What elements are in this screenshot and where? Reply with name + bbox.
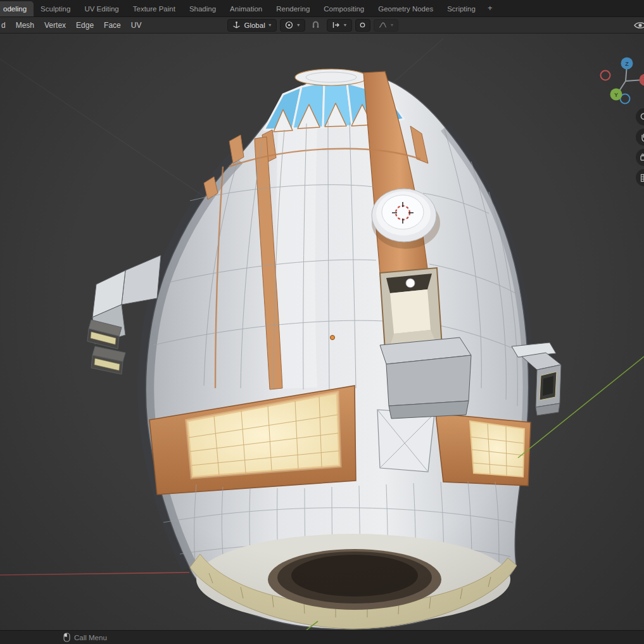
falloff-curve-icon — [378, 20, 388, 30]
object-origin-dot — [331, 336, 335, 340]
workspace-tab-sculpting[interactable]: Sculpting — [34, 1, 77, 16]
proportional-circle-icon — [358, 20, 367, 30]
menu-face[interactable]: Face — [99, 18, 126, 32]
chevron-down-icon: ▼ — [268, 23, 272, 27]
workspace-tab-odeling[interactable]: odeling — [0, 1, 34, 16]
workspace-tab-shading[interactable]: Shading — [182, 1, 223, 16]
transform-orientation-dropdown[interactable]: Global ▼ — [227, 19, 276, 32]
camera-icon — [640, 153, 644, 163]
workspace-tab-compositing[interactable]: Compositing — [317, 1, 371, 16]
orientation-label: Global — [244, 22, 265, 29]
snap-with-dropdown[interactable]: ▼ — [327, 19, 352, 32]
menu-edge[interactable]: Edge — [71, 18, 99, 32]
chevron-down-icon: ▼ — [390, 23, 395, 27]
statusbar-hint: Call Menu — [74, 634, 107, 641]
svg-text:Y: Y — [614, 92, 618, 98]
move-view-button[interactable] — [636, 129, 644, 146]
magnet-icon — [311, 20, 320, 30]
workspace-tab-rendering[interactable]: Rendering — [269, 1, 317, 16]
workspace-tab-geometry-nodes[interactable]: Geometry Nodes — [371, 1, 440, 16]
chevron-down-icon: ▼ — [296, 23, 301, 27]
add-workspace-button[interactable]: + — [483, 1, 498, 16]
ortho-perspective-button[interactable] — [636, 169, 644, 186]
grid-icon — [640, 173, 644, 183]
scene-canvas — [0, 34, 644, 630]
blender-window: odelingSculptingUV EditingTexture PaintS… — [0, 0, 644, 644]
eye-icon — [633, 20, 644, 31]
viewport-tool-buttons — [636, 108, 644, 186]
snap-toggle-button[interactable] — [308, 19, 324, 32]
x-braced-panel — [377, 410, 434, 472]
viewport-header: dMeshVertexEdgeFaceUV Global ▼ — [0, 17, 644, 34]
menu-vertex[interactable]: Vertex — [39, 18, 71, 32]
workspace-tabs: odelingSculptingUV EditingTexture PaintS… — [0, 0, 644, 17]
orientation-axes-icon — [232, 20, 241, 30]
gizmo-z-ball[interactable]: Z — [621, 58, 633, 70]
camera-view-button[interactable] — [636, 149, 644, 166]
menu-uv[interactable]: UV — [126, 18, 147, 32]
viewport-3d[interactable]: Z Y X — [0, 34, 644, 630]
falloff-dropdown[interactable]: ▼ — [374, 19, 399, 32]
svg-text:Z: Z — [625, 61, 629, 67]
workspace-tab-texture-paint[interactable]: Texture Paint — [126, 1, 182, 16]
zoom-button[interactable] — [636, 108, 644, 125]
proportional-editing-toggle[interactable] — [355, 19, 370, 32]
statusbar: Call Menu — [0, 630, 644, 644]
show-gizmo-button[interactable] — [633, 20, 644, 31]
workspace-tab-animation[interactable]: Animation — [223, 1, 269, 16]
navigation-gizmo[interactable]: Z Y X — [600, 54, 644, 108]
workspace-tab-uv-editing[interactable]: UV Editing — [77, 1, 125, 16]
dome-cap — [295, 69, 367, 85]
gizmo-y-ball[interactable]: Y — [610, 89, 622, 101]
mouse-icon — [63, 633, 70, 642]
magnifier-icon — [640, 112, 644, 122]
equipment-box — [380, 338, 471, 419]
gizmo-neg-x-ball[interactable] — [601, 71, 610, 80]
snap-target-icon — [331, 20, 341, 30]
lit-window-right — [470, 421, 524, 477]
pivot-point-icon — [284, 20, 294, 30]
menu-mesh[interactable]: Mesh — [11, 18, 39, 32]
workspace-tab-scripting[interactable]: Scripting — [440, 1, 483, 16]
gizmo-x-ball[interactable]: X — [640, 74, 644, 86]
recess-sphere — [406, 279, 415, 287]
hand-icon — [640, 132, 644, 142]
menu-d[interactable]: d — [0, 18, 11, 32]
header-widgets: Global ▼ ▼ — [227, 19, 398, 32]
pivot-point-dropdown[interactable]: ▼ — [280, 19, 305, 32]
chevron-down-icon: ▼ — [343, 23, 348, 27]
window-recess — [380, 268, 442, 350]
